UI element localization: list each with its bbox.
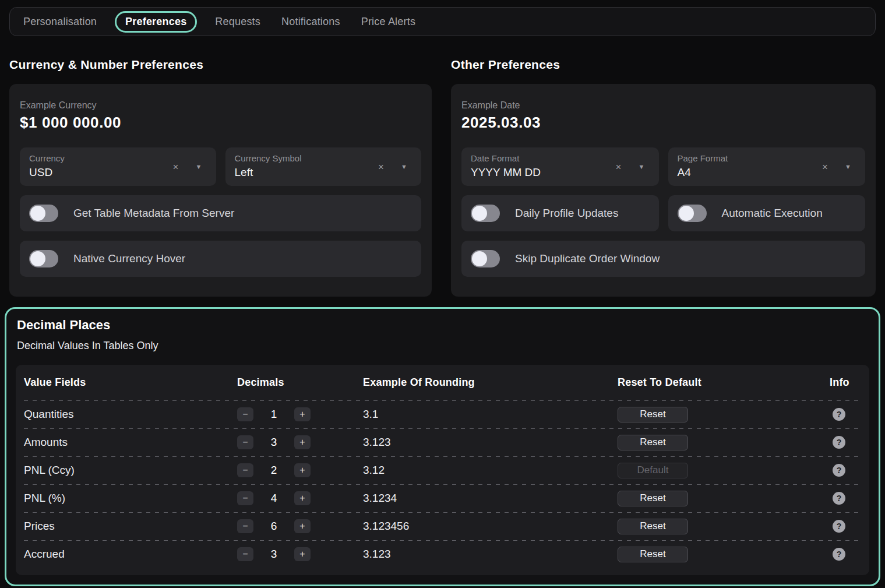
toggle-label: Get Table Metadata From Server <box>73 207 234 220</box>
native-currency-hover-toggle-row[interactable]: Native Currency Hover <box>20 241 421 277</box>
tab-requests[interactable]: Requests <box>212 10 263 33</box>
toggle-switch[interactable] <box>29 250 58 267</box>
caret-down-icon[interactable]: ▼ <box>196 164 202 170</box>
clear-icon[interactable]: × <box>378 162 384 172</box>
clear-icon[interactable]: × <box>173 162 179 172</box>
toggle-label: Automatic Execution <box>722 207 823 220</box>
other-preferences-section: Other Preferences Example Date 2025.03.0… <box>451 36 876 297</box>
preferences-panels: Currency & Number Preferences Example Cu… <box>9 36 876 297</box>
question-icon[interactable]: ? <box>833 464 845 477</box>
decrement-button[interactable]: − <box>237 463 253 477</box>
decrement-button[interactable]: − <box>237 435 253 449</box>
caret-down-icon[interactable]: ▼ <box>639 164 645 170</box>
decimals-value: 2 <box>263 464 285 477</box>
tab-personalisation[interactable]: Personalisation <box>20 10 100 33</box>
question-icon[interactable]: ? <box>833 520 845 533</box>
table-row-prices: Prices − 6 + 3.123456 Reset ? <box>24 512 861 540</box>
col-header-reset: Reset To Default <box>618 376 830 389</box>
decimals-stepper: − 4 + <box>237 491 363 505</box>
table-row-pnl-ccy: PNL (Ccy) − 2 + 3.12 Default ? <box>24 456 861 484</box>
rounding-example: 3.1234 <box>363 492 618 505</box>
select-label: Currency <box>29 153 207 163</box>
question-icon[interactable]: ? <box>833 408 845 421</box>
reset-button[interactable]: Reset <box>618 407 688 422</box>
toggle-switch[interactable] <box>29 205 58 222</box>
reset-button[interactable]: Reset <box>618 491 688 506</box>
caret-down-icon[interactable]: ▼ <box>845 164 851 170</box>
example-date-value: 2025.03.03 <box>461 114 865 132</box>
get-table-metadata-from-server-toggle-row[interactable]: Get Table Metadata From Server <box>20 195 421 231</box>
select-label: Date Format <box>471 153 650 163</box>
rounding-example: 3.123 <box>363 548 618 561</box>
col-header-value-fields: Value Fields <box>24 376 237 389</box>
currency-symbol-select[interactable]: Currency Symbol Left × ▼ <box>225 147 422 186</box>
toggle-switch[interactable] <box>471 250 500 267</box>
decrement-button[interactable]: − <box>237 547 253 561</box>
select-label: Page Format <box>678 153 856 163</box>
reset-button: Default <box>618 463 688 478</box>
decimals-value: 1 <box>263 408 285 421</box>
increment-button[interactable]: + <box>294 407 311 421</box>
increment-button[interactable]: + <box>294 463 311 477</box>
rounding-example: 3.123 <box>363 436 618 449</box>
decimals-stepper: − 2 + <box>237 463 363 477</box>
tab-label: Requests <box>215 16 260 27</box>
table-row-pnl: PNL (%) − 4 + 3.1234 Reset ? <box>24 484 861 512</box>
toggle-label: Daily Profile Updates <box>515 207 618 220</box>
tab-label: Preferences <box>125 16 186 27</box>
currency-select[interactable]: Currency USD × ▼ <box>20 147 216 186</box>
decrement-button[interactable]: − <box>237 491 253 505</box>
col-header-info: Info <box>830 376 861 389</box>
decrement-button[interactable]: − <box>237 407 253 421</box>
decimals-stepper: − 6 + <box>237 519 363 533</box>
date-format-select[interactable]: Date Format YYYY MM DD × ▼ <box>461 147 659 186</box>
decimal-places-title: Decimal Places <box>12 318 873 333</box>
page-format-select[interactable]: Page Format A4 × ▼ <box>668 147 866 186</box>
example-date-label: Example Date <box>461 100 865 111</box>
reset-button[interactable]: Reset <box>618 519 688 534</box>
tab-label: Personalisation <box>23 16 97 27</box>
decimals-value: 3 <box>263 436 285 449</box>
other-panel: Example Date 2025.03.03 Date Format YYYY… <box>451 84 876 297</box>
skip-duplicate-order-window-toggle-row[interactable]: Skip Duplicate Order Window <box>461 241 865 277</box>
tab-preferences[interactable]: Preferences <box>115 11 197 33</box>
decimal-places-table: Value Fields Decimals Example Of Roundin… <box>16 365 869 575</box>
col-header-decimals: Decimals <box>237 376 363 389</box>
rounding-example: 3.1 <box>363 408 618 421</box>
select-value: Left <box>235 166 412 179</box>
clear-icon[interactable]: × <box>616 162 622 172</box>
tab-bar: Personalisation Preferences Requests Not… <box>9 7 876 36</box>
reset-button[interactable]: Reset <box>618 547 688 562</box>
increment-button[interactable]: + <box>294 547 311 561</box>
automatic-execution-toggle-row[interactable]: Automatic Execution <box>668 195 866 231</box>
increment-button[interactable]: + <box>294 519 311 533</box>
toggle-switch[interactable] <box>471 205 500 222</box>
currency-panel: Example Currency $1 000 000.00 Currency … <box>9 84 432 297</box>
question-icon[interactable]: ? <box>833 548 845 561</box>
increment-button[interactable]: + <box>294 491 311 505</box>
tab-price-alerts[interactable]: Price Alerts <box>358 10 418 33</box>
tab-notifications[interactable]: Notifications <box>278 10 343 33</box>
currency-number-section: Currency & Number Preferences Example Cu… <box>9 36 432 297</box>
decrement-button[interactable]: − <box>237 519 253 533</box>
tab-label: Notifications <box>281 16 340 27</box>
table-row-accrued: Accrued − 3 + 3.123 Reset ? <box>24 540 861 568</box>
select-value: A4 <box>678 166 856 179</box>
value-field-label: Quantities <box>24 408 237 421</box>
table-row-amounts: Amounts − 3 + 3.123 Reset ? <box>24 428 861 456</box>
currency-toggles: Get Table Metadata From Server Native Cu… <box>20 195 421 277</box>
decimals-value: 4 <box>263 492 285 505</box>
caret-down-icon[interactable]: ▼ <box>401 164 407 170</box>
question-icon[interactable]: ? <box>833 492 845 505</box>
question-icon[interactable]: ? <box>833 436 845 449</box>
clear-icon[interactable]: × <box>822 162 828 172</box>
other-section-title: Other Preferences <box>451 58 876 72</box>
currency-section-title: Currency & Number Preferences <box>9 58 432 72</box>
daily-profile-updates-toggle-row[interactable]: Daily Profile Updates <box>461 195 659 231</box>
rounding-example: 3.12 <box>363 464 618 477</box>
reset-button[interactable]: Reset <box>618 435 688 450</box>
table-row-quantities: Quantities − 1 + 3.1 Reset ? <box>24 400 861 428</box>
increment-button[interactable]: + <box>294 435 311 449</box>
toggle-switch[interactable] <box>678 205 707 222</box>
select-value: YYYY MM DD <box>471 166 650 179</box>
